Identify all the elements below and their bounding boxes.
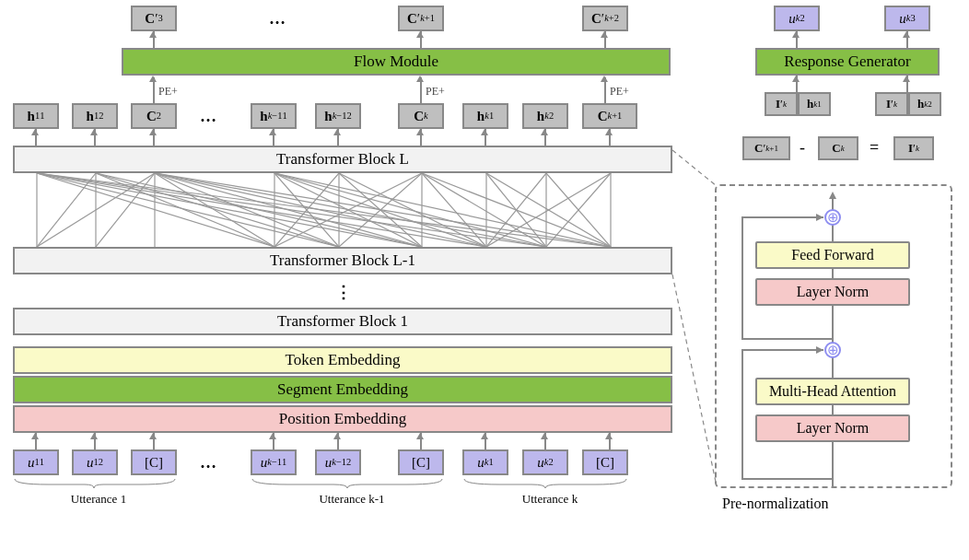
arrowhead [601, 31, 608, 38]
token-embedding: Token Embedding [13, 346, 672, 374]
eq-b: Ck [818, 136, 858, 160]
layer-norm-1: Layer Norm [755, 414, 910, 442]
arrowhead [605, 433, 613, 439]
arrowhead [416, 433, 424, 439]
arrowhead [149, 76, 157, 82]
arrowhead [605, 129, 613, 135]
multi-head-attention: Multi-Head Attention [755, 378, 910, 405]
layer-norm-2: Layer Norm [755, 278, 910, 306]
u12: u12 [72, 449, 118, 475]
uk1: uk1 [462, 449, 508, 475]
arrowhead [416, 31, 424, 38]
svg-line-14 [96, 173, 339, 247]
input-ellipsis: … [200, 453, 218, 472]
h12: h12 [72, 103, 118, 129]
equals-icon: = [870, 138, 879, 158]
ukm12: uk−12 [315, 449, 361, 475]
pe-label: PE+ [158, 85, 178, 99]
arrowhead [792, 76, 800, 82]
arrowhead [541, 433, 548, 439]
prenorm-arrows [715, 184, 952, 488]
arrowhead [333, 433, 341, 439]
c-token-2: [C] [398, 449, 444, 475]
segment-embedding: Segment Embedding [13, 376, 672, 403]
transformer-block-Lm1: Transformer Block L-1 [13, 247, 672, 274]
svg-line-19 [37, 173, 422, 247]
box-hk1-1: hk1 [798, 92, 831, 116]
arrowhead [149, 31, 157, 38]
svg-line-28 [339, 173, 486, 247]
arrowhead [333, 129, 341, 135]
h11: h11 [13, 103, 59, 129]
c-token-1: [C] [131, 449, 177, 475]
arrowhead [416, 76, 424, 82]
output-ellipsis: … [269, 9, 287, 29]
ck: Ck [398, 103, 444, 129]
svg-line-43 [422, 173, 611, 247]
arrowhead [481, 433, 488, 439]
c2: C2 [131, 103, 177, 129]
hk1: hk1 [462, 103, 508, 129]
eq-a: C′k+1 [742, 136, 790, 160]
arrowhead [90, 433, 98, 439]
left-panel: C′3 … C′k+1 C′k+2 Flow Module PE+ PE+ PE… [11, 0, 674, 560]
hk2: hk2 [522, 103, 568, 129]
arrowhead [149, 433, 157, 439]
transformer-block-1: Transformer Block 1 [13, 308, 672, 335]
plus-icon: ⊕ [824, 209, 841, 226]
svg-marker-49 [816, 214, 823, 221]
minus-icon: - [800, 138, 805, 158]
uttkm1-label: Utterance k-1 [306, 492, 398, 507]
arrowhead [541, 129, 548, 135]
box-hk2-2: hk2 [908, 92, 941, 116]
utt1-label: Utterance 1 [62, 492, 135, 507]
plus-icon: ⊕ [824, 342, 841, 358]
arrowhead [601, 76, 608, 82]
c-token-3: [C] [582, 449, 628, 475]
svg-marker-47 [829, 192, 836, 199]
transformer-block-L: Transformer Block L [13, 146, 672, 173]
flow-module: Flow Module [122, 48, 671, 76]
ukm11: uk−11 [251, 449, 297, 475]
box-ik-1: I′k [765, 92, 798, 116]
svg-line-34 [155, 173, 546, 247]
hidden-ellipsis: … [200, 107, 218, 126]
pe-label: PE+ [610, 85, 629, 99]
arrowhead [31, 433, 39, 439]
arrowhead [149, 129, 157, 135]
arrowhead [903, 76, 910, 82]
output-ckp1: C′k+1 [398, 6, 444, 31]
out-uk2: uk2 [774, 6, 820, 31]
svg-line-1 [37, 173, 96, 247]
arrowhead [481, 129, 488, 135]
uk2: uk2 [522, 449, 568, 475]
feed-forward: Feed Forward [755, 241, 910, 269]
arrowhead [31, 129, 39, 135]
output-ckp2: C′k+2 [582, 6, 628, 31]
ckp1: Ck+1 [582, 103, 637, 129]
prenorm-label: Pre-normalization [722, 496, 829, 512]
response-generator: Response Generator [755, 48, 940, 76]
hkm12: hk−12 [315, 103, 361, 129]
stack-vdots: ⋮ [335, 282, 352, 302]
svg-line-7 [37, 173, 274, 247]
u11: u11 [13, 449, 59, 475]
output-c3: C′3 [131, 6, 177, 31]
attention-lines [13, 173, 672, 247]
arrowhead [269, 433, 276, 439]
arrowhead [90, 129, 98, 135]
svg-marker-48 [816, 346, 823, 354]
arrowhead [416, 129, 424, 135]
position-embedding: Position Embedding [13, 405, 672, 433]
arrowhead [792, 31, 800, 38]
out-uk3: uk3 [884, 6, 930, 31]
right-panel: uk2 uk3 Response Generator I′k hk1 I′k h… [700, 0, 967, 560]
uttk-label: Utterance k [508, 492, 591, 507]
box-ik-2: I′k [875, 92, 908, 116]
pe-label: PE+ [426, 85, 445, 99]
arrowhead [903, 31, 910, 38]
hkm11: hk−11 [251, 103, 297, 129]
eq-c: I′k [893, 136, 934, 160]
arrowhead [269, 129, 276, 135]
